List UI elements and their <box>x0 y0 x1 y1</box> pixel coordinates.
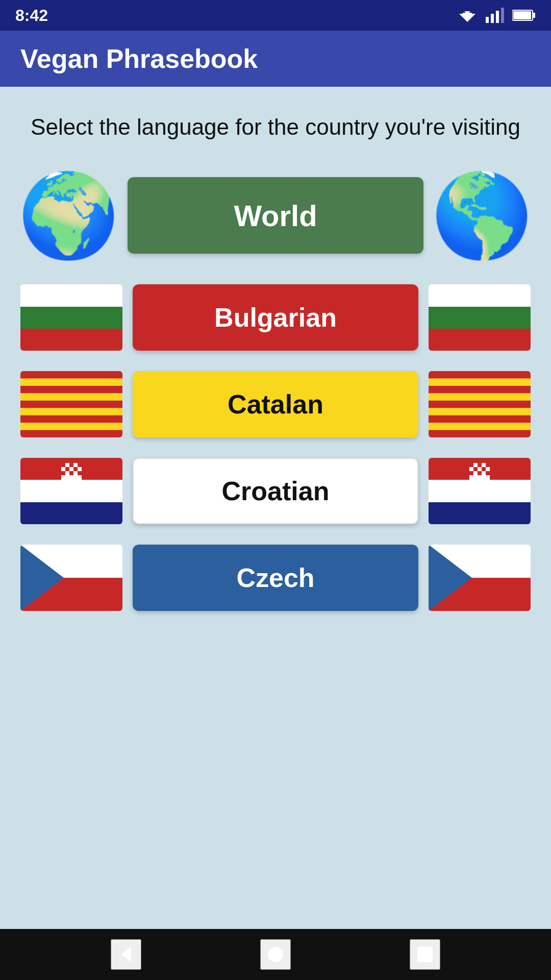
svg-rect-52 <box>478 467 482 471</box>
catalan-row: Catalan <box>20 371 531 437</box>
svg-rect-48 <box>482 463 486 467</box>
svg-rect-46 <box>473 463 478 467</box>
czech-flag-right <box>429 545 531 611</box>
svg-rect-6 <box>501 8 504 23</box>
svg-rect-49 <box>486 463 490 467</box>
svg-rect-27 <box>65 463 69 467</box>
svg-rect-3 <box>486 17 489 23</box>
main-content: Select the language for the country you'… <box>0 87 551 929</box>
catalan-flag-right <box>429 371 531 437</box>
signal-icon <box>486 8 504 23</box>
svg-rect-13 <box>20 401 122 408</box>
svg-rect-12 <box>20 386 122 393</box>
back-button[interactable] <box>111 939 141 970</box>
svg-rect-50 <box>469 467 473 471</box>
svg-rect-45 <box>469 463 473 467</box>
world-button[interactable]: World <box>128 177 423 254</box>
home-button[interactable] <box>260 939 291 970</box>
svg-rect-9 <box>513 11 531 19</box>
app-title: Vegan Phrasebook <box>20 43 258 74</box>
svg-rect-35 <box>78 467 82 471</box>
svg-rect-40 <box>78 471 82 475</box>
svg-rect-4 <box>491 14 494 23</box>
svg-rect-36 <box>61 471 65 475</box>
svg-rect-21 <box>429 430 531 437</box>
battery-icon <box>512 9 536 21</box>
recent-icon <box>415 944 435 965</box>
catalan-button[interactable]: Catalan <box>133 371 418 437</box>
svg-rect-29 <box>73 463 78 467</box>
bulgarian-flag-left <box>20 284 122 351</box>
app-bar: Vegan Phrasebook <box>0 31 551 87</box>
globe-left: 🌍 <box>20 167 117 264</box>
svg-rect-26 <box>61 463 65 467</box>
svg-rect-33 <box>69 467 73 471</box>
czech-button[interactable]: Czech <box>133 545 418 611</box>
bottom-nav <box>0 929 551 980</box>
svg-rect-38 <box>69 471 73 475</box>
wifi-icon <box>457 8 478 23</box>
subtitle: Select the language for the country you'… <box>31 112 520 141</box>
svg-rect-17 <box>429 371 531 378</box>
world-row: 🌍 World 🌎 <box>20 167 531 264</box>
svg-rect-8 <box>533 13 535 18</box>
svg-rect-58 <box>482 471 486 475</box>
globe-right: 🌎 <box>434 167 531 264</box>
svg-rect-47 <box>478 463 482 467</box>
svg-rect-20 <box>429 415 531 423</box>
svg-rect-32 <box>65 467 69 471</box>
croatian-flag-left <box>20 458 122 524</box>
czech-row: Czech <box>20 545 531 611</box>
svg-rect-51 <box>473 467 478 471</box>
svg-rect-55 <box>469 471 473 475</box>
croatian-flag-right <box>429 458 531 524</box>
time: 8:42 <box>15 6 48 25</box>
svg-rect-59 <box>486 471 490 475</box>
svg-rect-53 <box>482 467 486 471</box>
home-icon <box>265 944 286 965</box>
bulgarian-button[interactable]: Bulgarian <box>133 284 418 351</box>
svg-rect-28 <box>69 463 73 467</box>
recent-button[interactable] <box>410 939 440 970</box>
svg-rect-15 <box>20 430 122 437</box>
svg-rect-14 <box>20 415 122 423</box>
svg-rect-57 <box>478 471 482 475</box>
svg-point-67 <box>268 947 283 962</box>
svg-rect-11 <box>20 371 122 378</box>
status-icons <box>457 8 536 23</box>
svg-rect-37 <box>65 471 69 475</box>
svg-rect-30 <box>78 463 82 467</box>
croatian-row: Croatian <box>20 458 531 524</box>
bulgarian-row: Bulgarian <box>20 284 531 351</box>
svg-rect-34 <box>73 467 78 471</box>
svg-rect-24 <box>20 502 122 524</box>
svg-rect-19 <box>429 401 531 408</box>
czech-flag-left <box>20 545 122 611</box>
croatian-button[interactable]: Croatian <box>133 458 418 524</box>
svg-rect-5 <box>496 11 499 23</box>
svg-rect-43 <box>429 502 531 524</box>
svg-rect-56 <box>473 471 478 475</box>
svg-rect-31 <box>61 467 65 471</box>
svg-rect-18 <box>429 386 531 393</box>
svg-rect-54 <box>486 467 490 471</box>
back-icon <box>116 944 136 965</box>
svg-rect-68 <box>417 947 433 962</box>
svg-rect-39 <box>73 471 78 475</box>
status-bar: 8:42 <box>0 0 551 31</box>
catalan-flag-left <box>20 371 122 437</box>
svg-marker-66 <box>121 947 131 962</box>
bulgarian-flag-right <box>429 284 531 351</box>
